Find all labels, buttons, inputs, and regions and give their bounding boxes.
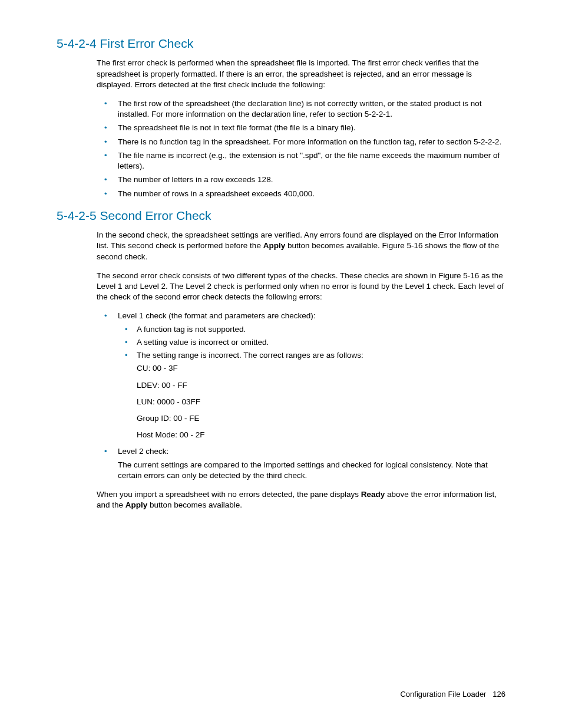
range-block: CU: 00 - 3F LDEV: 00 - FF LUN: 0000 - 03… [137,363,505,440]
list-item: The file name is incorrect (e.g., the ex… [97,150,505,172]
apply-bold: Apply [125,500,148,509]
list-item: The setting range is incorrect. The corr… [118,350,505,440]
level1-sublist: A function tag is not supported. A setti… [118,324,505,441]
level1-label: Level 1 check (the format and parameters… [118,311,315,320]
range-line: LDEV: 00 - FF [137,380,505,391]
section1-intro-paragraph: The first error check is performed when … [97,58,505,90]
text-run: When you import a spreadsheet with no er… [97,490,361,499]
list-item: The first row of the spreadsheet (the de… [97,98,505,120]
range-line: Host Mode: 00 - 2F [137,430,505,440]
level2-label: Level 2 check: [118,447,168,456]
section2-closing-paragraph: When you import a spreadsheet with no er… [97,489,505,510]
list-item: A setting value is incorrect or omitted. [118,337,505,348]
text-run: button becomes available. [147,500,242,509]
list-item: Level 2 check: The current settings are … [97,446,505,481]
range-line: LUN: 0000 - 03FF [137,397,505,407]
list-item: There is no function tag in the spreadsh… [97,137,505,147]
list-item: The number of letters in a row exceeds 1… [97,174,505,185]
apply-bold: Apply [263,241,286,250]
footer-title: Configuration File Loader [400,690,486,699]
ready-bold: Ready [361,490,385,499]
page-number: 126 [492,690,505,699]
list-item: The number of rows in a spreadsheet exce… [97,189,505,199]
section2-paragraph: The second error check consists of two d… [97,271,505,303]
range-line: CU: 00 - 3F [137,363,505,374]
range-line: Group ID: 00 - FE [137,413,505,424]
section-heading-second-error-check: 5-4-2-5 Second Error Check [57,207,505,224]
list-item: The spreadsheet file is not in text file… [97,123,505,133]
list-item: A function tag is not supported. [118,324,505,335]
level2-text: The current settings are compared to the… [118,460,505,481]
section1-list: The first row of the spreadsheet (the de… [97,98,505,199]
section2-paragraph: In the second check, the spreadsheet set… [97,230,505,262]
section2-list: Level 1 check (the format and parameters… [97,311,505,481]
list-item: Level 1 check (the format and parameters… [97,311,505,440]
section-heading-first-error-check: 5-4-2-4 First Error Check [57,35,505,52]
text-run: The setting range is incorrect. The corr… [137,351,363,360]
page-footer: Configuration File Loader 126 [400,689,505,700]
